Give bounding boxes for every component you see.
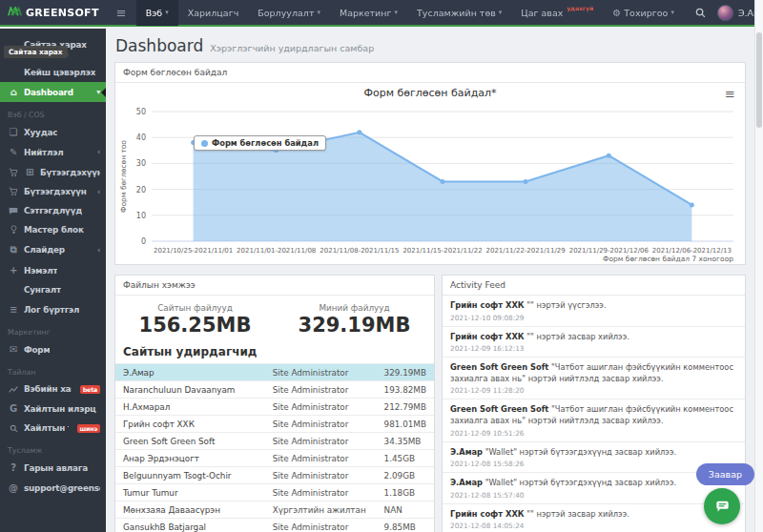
topnav-item[interactable]: Вэб▾ xyxy=(136,0,178,26)
feed-item: Грийн софт ХХК "" нэртэй засвар хийлээ.2… xyxy=(443,504,745,532)
images-icon: ⧉ xyxy=(8,244,19,256)
sidebar-item[interactable]: ?Гарын авлага xyxy=(0,458,106,478)
brand[interactable]: GREENSOFT xyxy=(0,7,107,19)
admin-table-row[interactable]: Анар ЭрдэнэцогтSite Administrator1.45GB xyxy=(115,450,434,467)
sidebar: ✈Сайтаа харахgreensoft.mnКейш цэвэрлэх⌂D… xyxy=(0,29,106,532)
google-icon: G xyxy=(8,403,19,414)
sidebar-item[interactable]: ✎Нийтлэл‹ xyxy=(0,142,106,162)
topnav-menu: Вэб▾ХарилцагчБорлуулалт▾Маркетинг▾Туслам… xyxy=(136,0,684,26)
cart-icon xyxy=(8,168,19,177)
admin-file-size: 1.18GB xyxy=(377,484,434,501)
topnav-item[interactable]: Харилцагч xyxy=(178,0,249,26)
topnav-item-label: Тусламжийн төв xyxy=(417,8,496,18)
topnav-item[interactable]: Борлуулалт▾ xyxy=(248,0,330,26)
feed-timestamp: 2021-12-10 09:08:29 xyxy=(450,314,737,322)
chevron-down-icon: ▾ xyxy=(395,9,399,16)
chat-icon xyxy=(713,497,732,517)
admin-name: Green Soft Green Soft xyxy=(115,433,265,450)
sidebar-item-label: Нийтлэл xyxy=(24,148,64,157)
admin-table-row[interactable]: Э.АмарSite Administrator329.19MB xyxy=(115,364,434,381)
sidebar-item[interactable]: Хайлтын тайланшинэ xyxy=(0,419,106,438)
sidebar-item-label: Лог бүртгэл xyxy=(24,305,79,315)
sidebar-item[interactable]: ⊞Бүтээгдэхүүн / shop xyxy=(0,162,106,182)
sidebar-item-label: Кейш цэвэрлэх xyxy=(24,68,95,77)
admin-file-size: 981.01MB xyxy=(377,416,434,433)
legend-marker-icon xyxy=(201,140,208,147)
admin-table-row[interactable]: Green Soft Green SoftSite Administrator3… xyxy=(115,433,434,450)
sidebar-item[interactable]: ✉Форм xyxy=(0,339,106,359)
admin-table-row[interactable]: Грийн софт ХХКSite Administrator981.01MB xyxy=(115,416,434,433)
admin-name: Грийн софт ХХК xyxy=(115,416,265,433)
scrollbar-thumb[interactable] xyxy=(756,32,762,128)
sidebar-item[interactable]: Сэтгэгдлүүд xyxy=(0,201,106,220)
chat-button[interactable] xyxy=(704,488,740,524)
sidebar-item[interactable]: ⧉Слайдер‹ xyxy=(0,239,106,260)
admin-table-row[interactable]: Naranchuluun DavaanyamSite Administrator… xyxy=(115,381,434,399)
topnav-item[interactable]: Цаг авахудахгүй xyxy=(511,0,603,26)
sidebar-item[interactable]: +Нэмэлт xyxy=(0,260,106,280)
help-button[interactable]: Заавар xyxy=(696,463,754,485)
sidebar-item[interactable]: GХайлтын илэрц xyxy=(0,399,106,419)
admin-name: Naranchuluun Davaanyam xyxy=(115,381,265,399)
admin-file-size: 2.09GB xyxy=(377,467,434,484)
topnav-item-label: Борлуулалт xyxy=(258,8,314,18)
sidebar-item[interactable]: @support@greensoft.mn xyxy=(0,478,106,498)
chevron-left-icon: ‹ xyxy=(97,148,100,156)
admin-file-size: 34.35MB xyxy=(377,433,434,450)
stat-label: Сайтын файлууд xyxy=(115,303,275,313)
search-icon[interactable] xyxy=(684,8,717,18)
topnav-item[interactable]: Тусламжийн төв▾ xyxy=(407,0,511,26)
admin-table-row[interactable]: GansukhB BatjargalSite Administrator9.85… xyxy=(115,519,434,532)
soon-badge: удахгүй xyxy=(567,5,593,11)
chevron-left-icon: ‹ xyxy=(97,188,100,196)
feed-item: Грийн софт ХХК "" нэртэй үүсгэлээ.2021-1… xyxy=(443,296,745,327)
feed-actor: Green Soft Green Soft xyxy=(450,362,548,372)
chevron-down-icon: ▾ xyxy=(165,9,169,16)
admin-table-row[interactable]: Belguunnyam Tsogt-OchirSite Administrato… xyxy=(115,467,434,484)
svg-text:30: 30 xyxy=(136,159,146,168)
svg-text:2021/11/29-2021/12/06: 2021/11/29-2021/12/06 xyxy=(569,247,650,255)
feed-actor: Green Soft Green Soft xyxy=(450,404,548,414)
sidebar-item-label: Сунгалт xyxy=(24,285,61,295)
topnav-item-label: Маркетинг xyxy=(340,8,392,18)
admin-table-row[interactable]: Н.АхмаралSite Administrator212.79MB xyxy=(115,399,434,416)
topnav: GREENSOFT ≡ Вэб▾ХарилцагчБорлуулалт▾Марк… xyxy=(0,0,763,27)
sidebar-item[interactable]: Мастер блок xyxy=(0,220,106,239)
sidebar-item[interactable]: Бүтээгдэхүүн‹ xyxy=(0,182,106,201)
chart-legend[interactable]: Форм бөглөсөн байдал xyxy=(194,135,326,151)
sidebar-item[interactable]: ❏Хуудас xyxy=(0,122,106,142)
sidebar-item-label: Вэбийн хандалт xyxy=(24,384,72,394)
admin-role: Site Administrator xyxy=(265,399,377,416)
at-icon: @ xyxy=(8,482,19,493)
topnav-item[interactable]: ⚙Тохиргоо▾ xyxy=(603,0,684,26)
admin-table-row[interactable]: Tumur TumurSite Administrator1.18GB xyxy=(115,484,434,501)
admin-role: Site Administrator xyxy=(265,467,377,484)
sidebar-item[interactable]: Кейш цэвэрлэх xyxy=(0,63,106,82)
admin-file-size: 193.82MB xyxy=(377,381,434,399)
page-header: Dashboard Хэрэглэгчийн удирдлагын самбар xyxy=(106,29,754,62)
admin-name: Tumur Tumur xyxy=(115,484,265,501)
feed-actor: Грийн софт ХХК xyxy=(450,509,525,519)
comment-icon xyxy=(8,207,19,215)
admin-name: Belguunnyam Tsogt-Ochir xyxy=(115,467,265,484)
feed-actor: Грийн софт ХХК xyxy=(450,332,525,341)
chart-export-menu-icon[interactable]: ≡ xyxy=(725,89,735,99)
sidebar-item[interactable]: Сунгалт xyxy=(0,280,106,299)
sidebar-item-label: Форм xyxy=(24,345,50,355)
sidebar-item[interactable]: ≡Лог бүртгэл xyxy=(0,299,106,319)
hamburger-icon[interactable]: ≡ xyxy=(107,6,136,20)
admin-table-row[interactable]: Мөнхзаяа ДаваасүрэнХүргэлтийн ажилтанNAN xyxy=(115,501,434,519)
admin-name: Э.Амар xyxy=(115,364,265,381)
sidebar-item[interactable]: ⌂Dashboard▾ xyxy=(0,82,106,102)
admin-role: Site Administrator xyxy=(265,450,377,467)
sidebar-item[interactable]: Вэбийн хандалтbeta xyxy=(0,379,106,399)
topnav-item[interactable]: Маркетинг▾ xyxy=(330,0,407,26)
brand-name: GREENSOFT xyxy=(26,7,99,19)
feed-message: "Wallet" нэртэй бүтээгдэхүүнд засвар хий… xyxy=(485,447,676,457)
svg-text:2021/11/15-2021/11/22: 2021/11/15-2021/11/22 xyxy=(402,247,482,255)
stat-value: 329.19MB xyxy=(275,314,434,337)
feed-timestamp: 2021-12-09 16:12:13 xyxy=(450,344,737,353)
sidebar-item-label: Сэтгэгдлүүд xyxy=(24,206,82,215)
feed-timestamp: 2021-12-08 14:05:24 xyxy=(450,522,737,530)
admins-table: Э.АмарSite Administrator329.19MBNaranchu… xyxy=(115,363,434,532)
